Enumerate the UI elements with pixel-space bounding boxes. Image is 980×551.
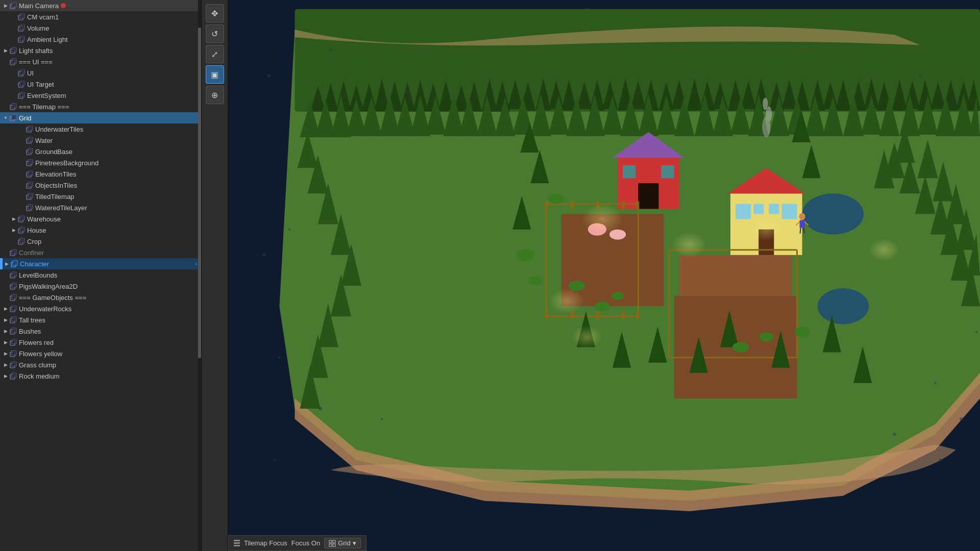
hierarchy-item-light-shafts[interactable]: Light shafts	[0, 45, 201, 56]
hierarchy-item-crop[interactable]: Crop	[0, 236, 201, 247]
svg-point-244	[732, 342, 749, 353]
svg-point-245	[759, 332, 773, 341]
cube-icon-tilemap-separator	[9, 103, 17, 111]
hierarchy-item-house[interactable]: House	[0, 224, 201, 236]
hierarchy-item-grid[interactable]: Grid	[0, 112, 201, 123]
scrollbar-track	[198, 0, 201, 551]
label-light-shafts: Light shafts	[19, 47, 53, 54]
svg-rect-65	[12, 362, 16, 366]
svg-rect-209	[571, 201, 574, 209]
svg-point-220	[802, 193, 864, 234]
hierarchy-item-volume[interactable]: Volume	[0, 22, 201, 34]
svg-point-75	[330, 459, 331, 461]
cube-icon-flowers-yellow	[9, 349, 17, 358]
tool-btn-move[interactable]: ✥	[206, 4, 224, 22]
scrollbar-thumb[interactable]	[198, 28, 201, 358]
hierarchy-item-elevation-tiles[interactable]: ElevationTiles	[0, 168, 201, 180]
label-bushes: Bushes	[19, 328, 41, 335]
selected-outline-indicator	[1, 258, 3, 269]
hierarchy-item-underwater-tiles[interactable]: UnderwaterTiles	[0, 123, 201, 135]
svg-rect-3	[20, 14, 24, 18]
svg-rect-198	[661, 165, 674, 178]
grid-label: Grid	[338, 539, 351, 547]
hierarchy-item-pinetrees-bg[interactable]: PinetreesBackground	[0, 157, 201, 168]
cube-icon-warehouse	[17, 215, 26, 223]
hierarchy-item-main-camera[interactable]: Main Camera	[0, 0, 201, 11]
svg-point-271	[381, 418, 383, 420]
svg-rect-23	[28, 126, 33, 131]
hierarchy-item-rock-medium[interactable]: Rock medium	[0, 370, 201, 382]
svg-rect-53	[12, 294, 16, 299]
svg-rect-63	[12, 350, 16, 355]
cube-icon-cm-vcam1	[17, 13, 26, 21]
hierarchy-item-event-system[interactable]: EventSystem	[0, 90, 201, 101]
label-ground-base: GroundBase	[35, 148, 72, 155]
label-house: House	[27, 227, 46, 234]
arrow-light-shafts	[2, 47, 9, 54]
svg-point-240	[528, 276, 543, 285]
cube-icon-ground-base	[26, 147, 34, 156]
svg-point-262	[919, 74, 921, 77]
cube-icon-objects-in-tiles	[26, 181, 34, 189]
svg-rect-49	[12, 272, 16, 277]
svg-point-243	[611, 292, 624, 300]
svg-point-264	[278, 357, 280, 359]
cube-icon-elevation-tiles	[26, 170, 34, 178]
svg-rect-39	[20, 216, 24, 220]
svg-point-238	[549, 193, 564, 204]
tool-btn-rotate[interactable]: ↺	[206, 24, 224, 43]
hierarchy-item-tall-trees[interactable]: Tall trees	[0, 314, 201, 325]
toolbar: ✥↺⤢▣⊕	[202, 0, 228, 551]
hierarchy-item-pigs-walking[interactable]: PigsWalkingArea2D	[0, 281, 201, 292]
svg-point-261	[406, 90, 409, 93]
hierarchy-item-flowers-red[interactable]: Flowers red	[0, 337, 201, 348]
svg-rect-51	[12, 283, 16, 288]
hierarchy-item-bushes[interactable]: Bushes	[0, 325, 201, 337]
svg-rect-35	[28, 193, 33, 198]
svg-rect-59	[12, 328, 16, 333]
hierarchy-item-flowers-yellow[interactable]: Flowers yellow	[0, 348, 201, 359]
hierarchy-item-ui-separator[interactable]: === UI ===	[0, 56, 201, 67]
svg-point-266	[935, 382, 937, 384]
record-indicator	[61, 3, 66, 8]
hierarchy-item-ambient-light[interactable]: Ambient Light	[0, 34, 201, 45]
hierarchy-item-cm-vcam1[interactable]: CM vcam1	[0, 11, 201, 22]
svg-point-267	[960, 417, 963, 420]
hierarchy-item-confiner[interactable]: Confiner	[0, 247, 201, 258]
hierarchy-item-ui[interactable]: UI	[0, 67, 201, 79]
tool-btn-transform[interactable]: ⊕	[206, 86, 224, 104]
hierarchy-item-warehouse[interactable]: Warehouse	[0, 213, 201, 224]
cube-icon-light-shafts	[9, 46, 17, 55]
cube-icon-gameobjects-sep	[9, 293, 17, 302]
arrow-flowers-yellow	[2, 350, 9, 357]
svg-point-270	[309, 126, 311, 128]
hierarchy-item-objects-in-tiles[interactable]: ObjectsInTiles	[0, 180, 201, 191]
hierarchy-item-gameobjects-sep[interactable]: === GameObjects ===	[0, 292, 201, 303]
cube-icon-rock-medium	[9, 372, 17, 380]
svg-line-257	[800, 228, 801, 234]
hierarchy-item-character[interactable]: Character›	[0, 258, 201, 269]
tool-btn-scale[interactable]: ⤢	[206, 45, 224, 63]
tool-btn-rect[interactable]: ▣	[206, 65, 224, 84]
svg-point-252	[869, 239, 899, 261]
hierarchy-item-tilemap-separator[interactable]: === Tilemap ===	[0, 101, 201, 112]
svg-rect-55	[12, 306, 16, 310]
hierarchy-list[interactable]: Main Camera CM vcam1 Volume Ambient Ligh…	[0, 0, 201, 551]
svg-rect-277	[333, 540, 335, 543]
hierarchy-item-level-bounds[interactable]: LevelBounds	[0, 269, 201, 281]
focus-on-button[interactable]: Grid ▾	[324, 538, 361, 548]
cube-icon-ui	[17, 69, 26, 77]
svg-rect-47	[13, 261, 17, 265]
arrow-flowers-red	[2, 339, 9, 346]
hierarchy-item-grass-clump[interactable]: Grass clump	[0, 359, 201, 370]
svg-rect-31	[28, 171, 33, 176]
hierarchy-item-underwater-rocks[interactable]: UnderwaterRocks	[0, 303, 201, 314]
hierarchy-item-tilled-tilemap[interactable]: TilledTilemap	[0, 191, 201, 202]
hierarchy-item-water[interactable]: Water	[0, 135, 201, 146]
hierarchy-item-watered-tile-layer[interactable]: WateredTileLayer	[0, 202, 201, 213]
arrow-main-camera	[2, 2, 9, 9]
cube-icon-volume	[17, 24, 26, 32]
hierarchy-item-ground-base[interactable]: GroundBase	[0, 146, 201, 157]
label-tall-trees: Tall trees	[19, 317, 45, 323]
hierarchy-item-ui-target[interactable]: UI Target	[0, 79, 201, 90]
